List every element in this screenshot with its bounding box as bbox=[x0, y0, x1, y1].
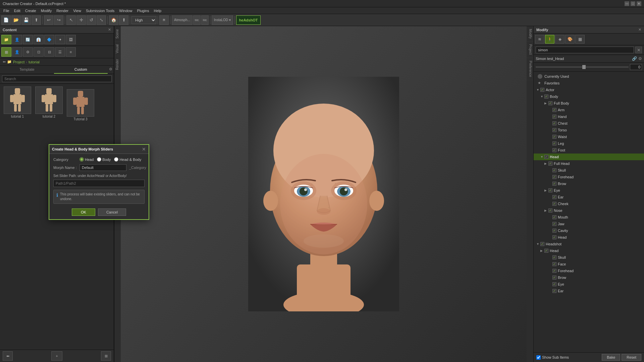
tree-item-ear[interactable]: ✓ Ear bbox=[534, 194, 644, 200]
tree-item-headshot-head[interactable]: ▶ ✓ Head bbox=[534, 247, 644, 254]
tree-item-foot[interactable]: ✓ Foot bbox=[534, 147, 644, 154]
headshot-eye-checkbox[interactable]: ✓ bbox=[552, 282, 556, 286]
menu-help[interactable]: Help bbox=[152, 8, 163, 13]
instalod-button[interactable]: InstaLOD ▾ bbox=[212, 15, 233, 25]
modify-search-clear[interactable]: ✕ bbox=[635, 47, 642, 53]
eye-checkbox[interactable]: ✓ bbox=[548, 188, 552, 192]
actor-arrow[interactable]: ▼ bbox=[536, 88, 540, 92]
tree-item-currently-used[interactable]: Currently Used bbox=[534, 73, 644, 80]
brow-checkbox[interactable]: ✓ bbox=[552, 182, 556, 186]
tree-item-headshot[interactable]: ▼ ✓ Headshot bbox=[534, 241, 644, 247]
atmosphere-button[interactable]: Atmosph... bbox=[172, 15, 193, 25]
nose-arrow[interactable]: ▶ bbox=[544, 209, 548, 212]
head-checkbox[interactable]: ✓ bbox=[544, 155, 548, 159]
cheek-checkbox[interactable]: ✓ bbox=[552, 202, 556, 206]
view-grid-btn[interactable]: ▦ bbox=[1, 47, 11, 57]
tree-item-headshot-forehead[interactable]: ✓ Forehead bbox=[534, 267, 644, 274]
right-tab-modify[interactable]: Modify bbox=[527, 26, 533, 42]
breadcrumb-project[interactable]: Project bbox=[13, 60, 24, 64]
content-btn-hair[interactable]: ✦ bbox=[55, 35, 65, 44]
tab-settings-btn[interactable]: ⚙ bbox=[108, 66, 114, 74]
content-btn-morph[interactable]: 🔄 bbox=[23, 35, 33, 44]
headshot-skull-checkbox[interactable]: ✓ bbox=[552, 255, 556, 259]
radio-body[interactable] bbox=[97, 157, 101, 162]
headshot-ear-checkbox[interactable]: ✓ bbox=[552, 289, 556, 293]
tree-item-nose[interactable]: ▶ ✓ Nose bbox=[534, 207, 644, 214]
content-btn-img[interactable]: 🖼 bbox=[66, 35, 76, 44]
torso-checkbox[interactable]: ✓ bbox=[552, 128, 556, 132]
tree-item-leg[interactable]: ✓ Leg bbox=[534, 140, 644, 147]
ear-checkbox[interactable]: ✓ bbox=[552, 195, 556, 199]
content-btn-assets[interactable]: 📁 bbox=[1, 35, 11, 44]
content-panel-close[interactable]: ✕ bbox=[108, 27, 111, 32]
menu-plugins[interactable]: Plugins bbox=[135, 8, 151, 13]
dialog-cancel-button[interactable]: Cancel bbox=[98, 208, 126, 216]
create-morph-dialog[interactable]: Create Head & Body Morph Sliders ✕ Categ… bbox=[49, 144, 149, 220]
headshot-brow-checkbox[interactable]: ✓ bbox=[552, 276, 556, 280]
list-item[interactable]: tutorial 1 bbox=[3, 86, 32, 347]
head2-checkbox[interactable]: ✓ bbox=[552, 235, 556, 239]
save-button[interactable]: 💾 bbox=[21, 15, 31, 25]
nose-checkbox[interactable]: ✓ bbox=[548, 208, 552, 213]
jaw-checkbox[interactable]: ✓ bbox=[552, 222, 556, 226]
tree-item-jaw[interactable]: ✓ Jaw bbox=[534, 221, 644, 227]
tree-item-actor[interactable]: ▼ ✓ Actor bbox=[534, 86, 644, 93]
camera-button[interactable]: 🏠 bbox=[109, 15, 118, 25]
actor-checkbox[interactable]: ✓ bbox=[540, 88, 544, 92]
headshot-button[interactable]: heAdshOT bbox=[236, 15, 261, 25]
view-list2-btn[interactable]: ⊟ bbox=[44, 47, 54, 57]
dialog-close-button[interactable]: ✕ bbox=[142, 146, 146, 152]
tree-item-headshot-ear[interactable]: ✓ Ear bbox=[534, 288, 644, 294]
shader-tab[interactable]: 🎨 bbox=[565, 35, 575, 44]
tree-item-full-head[interactable]: ▶ ✓ Full Head bbox=[534, 160, 644, 167]
view-settings-btn[interactable]: ⚙ bbox=[23, 47, 33, 57]
tree-item-arm[interactable]: ✓ Arm bbox=[534, 107, 644, 113]
pattern-tab[interactable]: ▦ bbox=[575, 35, 585, 44]
tree-item-favorites[interactable]: ★ Favorites bbox=[534, 80, 644, 86]
dialog-ok-button[interactable]: OK bbox=[72, 208, 95, 216]
mouth-checkbox[interactable]: ✓ bbox=[552, 215, 556, 219]
menu-submission-tools[interactable]: Submission Tools bbox=[84, 8, 116, 13]
content-btn-cloth[interactable]: 👔 bbox=[34, 35, 44, 44]
tree-item-chest[interactable]: ✓ Chest bbox=[534, 120, 644, 127]
tree-item-hand[interactable]: ✓ Hand bbox=[534, 113, 644, 120]
forehead-checkbox[interactable]: ✓ bbox=[552, 175, 556, 179]
tree-item-full-body[interactable]: ▶ ✓ Full Body bbox=[534, 100, 644, 107]
tree-item-skull[interactable]: ✓ Skull bbox=[534, 167, 644, 174]
chest-checkbox[interactable]: ✓ bbox=[552, 121, 556, 125]
redo-button[interactable]: ↪ bbox=[54, 15, 63, 25]
head-arrow[interactable]: ▼ bbox=[540, 155, 544, 159]
select-button[interactable]: ↖ bbox=[66, 15, 76, 25]
light-button[interactable]: ☀ bbox=[159, 15, 169, 25]
scale-button[interactable]: ⤡ bbox=[97, 15, 106, 25]
tree-item-cavity[interactable]: ✓ Cavity bbox=[534, 227, 644, 234]
arm-checkbox[interactable]: ✓ bbox=[552, 108, 556, 112]
bake-button[interactable]: Bake bbox=[602, 354, 620, 361]
morph-name-input[interactable] bbox=[79, 164, 126, 171]
breadcrumb-nav[interactable]: ⬅ bbox=[3, 60, 6, 64]
body-tab[interactable]: 🚶 bbox=[545, 35, 554, 44]
modify-panel-close[interactable]: ✕ bbox=[638, 27, 641, 32]
open-file-button[interactable]: 📂 bbox=[11, 15, 21, 25]
minimize-button[interactable]: — bbox=[625, 1, 629, 6]
undo-button[interactable]: ↩ bbox=[44, 15, 53, 25]
tree-item-headshot-face[interactable]: ✓ Face bbox=[534, 261, 644, 267]
hand-checkbox[interactable]: ✓ bbox=[552, 115, 556, 119]
footer-add-btn[interactable]: + bbox=[51, 351, 62, 361]
leg-checkbox[interactable]: ✓ bbox=[552, 141, 556, 145]
menu-window[interactable]: Window bbox=[117, 8, 134, 13]
full-body-checkbox[interactable]: ✓ bbox=[548, 101, 552, 105]
eye-arrow[interactable]: ▶ bbox=[544, 189, 548, 192]
skull-checkbox[interactable]: ✓ bbox=[552, 168, 556, 172]
menu-edit[interactable]: Edit bbox=[12, 8, 22, 13]
body-arrow[interactable]: ▼ bbox=[540, 95, 544, 98]
headshot-head-arrow[interactable]: ▶ bbox=[540, 249, 544, 252]
tree-item-head2[interactable]: ✓ Head bbox=[534, 234, 644, 241]
menu-create[interactable]: Create bbox=[23, 8, 38, 13]
material-tab[interactable]: ◈ bbox=[555, 35, 565, 44]
radio-head-body[interactable] bbox=[114, 157, 118, 162]
tree-item-brow[interactable]: ✓ Brow bbox=[534, 180, 644, 187]
menu-view[interactable]: View bbox=[71, 8, 83, 13]
tab-template[interactable]: Template bbox=[0, 66, 54, 74]
view-list4-btn[interactable]: ≡ bbox=[66, 47, 76, 57]
